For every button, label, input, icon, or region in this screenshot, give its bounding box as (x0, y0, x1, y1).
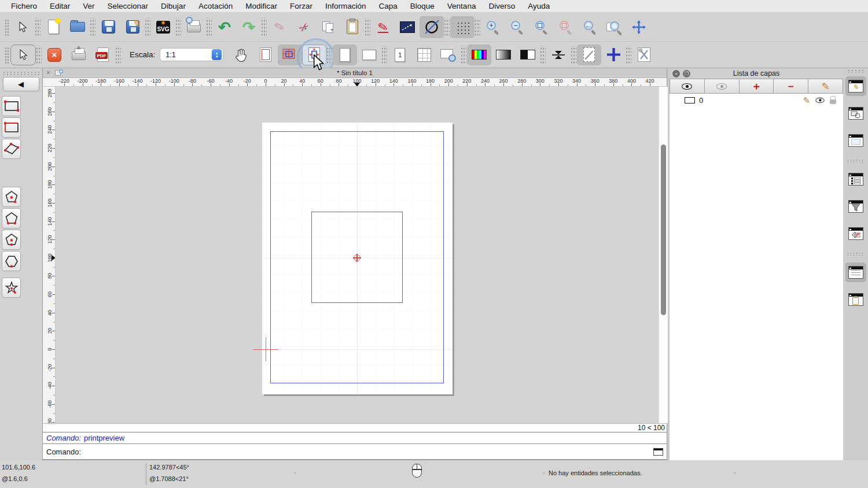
single-page-button[interactable]: 1 (388, 45, 412, 65)
fit-page-button[interactable] (302, 45, 326, 65)
zoom-in-button[interactable]: + (481, 16, 505, 38)
toolbar-handle[interactable] (4, 19, 9, 36)
menu-modificar[interactable]: Modificar (239, 2, 284, 10)
multi-pages-button[interactable] (278, 45, 302, 65)
tiled-pages-button[interactable] (412, 45, 436, 65)
zoom-out-button[interactable]: − (505, 16, 529, 38)
center-vertically-button[interactable] (546, 45, 571, 65)
print-preview-button[interactable] (182, 16, 206, 38)
dock-hatch-button[interactable] (845, 224, 866, 243)
hide-all-layers-button[interactable] (705, 79, 740, 94)
vertical-scrollbar-thumb[interactable] (661, 145, 666, 315)
menu-dibujar[interactable]: Dibujar (155, 2, 192, 10)
bw-mode-button[interactable] (516, 45, 540, 65)
undo-button[interactable]: ↶ (212, 16, 237, 38)
tab-title[interactable]: * Sin título 1 (43, 69, 667, 76)
menu-editar[interactable]: Editar (43, 2, 76, 10)
add-layer-button[interactable]: ＋ (740, 79, 774, 94)
remove-layer-button[interactable]: － (774, 79, 808, 94)
multi-pages-icon (282, 48, 298, 62)
draft-mode-button[interactable] (577, 45, 601, 65)
edit-layer-button[interactable]: ✎ (808, 79, 843, 94)
grid-toggle-button[interactable] (450, 16, 475, 38)
polygon-2-vertices-tool-button[interactable] (2, 208, 21, 228)
dock-layers-button[interactable]: ✎ (845, 76, 866, 96)
menu-acotacion[interactable]: Acotación (192, 2, 239, 10)
layer-row[interactable]: 0 ✎ (670, 94, 843, 106)
dock-filter-button[interactable] (845, 197, 866, 216)
menu-capa[interactable]: Capa (373, 2, 404, 10)
circle-line-button[interactable] (420, 16, 444, 38)
visibility-eye-icon[interactable] (815, 97, 824, 102)
polygon-center-side-tool-button[interactable] (2, 230, 21, 250)
menu-diverso[interactable]: Diverso (482, 2, 521, 10)
paste-icon (347, 20, 358, 34)
menu-seleccionar[interactable]: Seleccionar (101, 2, 155, 10)
vertical-scrollbar[interactable] (659, 87, 668, 423)
rect-2corners-tool-button[interactable] (2, 96, 21, 116)
menu-bloque[interactable]: Bloque (404, 2, 441, 10)
zoom-previous-button[interactable] (554, 16, 578, 38)
close-preview-button[interactable]: × (42, 45, 67, 65)
draw-pencil-button[interactable]: ✎ (371, 16, 395, 38)
menu-ver[interactable]: Ver (76, 2, 101, 10)
new-file-button[interactable] (41, 16, 65, 38)
pointer-button[interactable] (10, 45, 36, 65)
menu-informacion[interactable]: Información (319, 2, 373, 10)
color-mode-button[interactable] (467, 45, 491, 65)
grayscale-mode-button[interactable] (491, 45, 516, 65)
zoom-back-button[interactable]: ← (578, 16, 602, 38)
paste-button[interactable] (340, 16, 365, 38)
polygon-side-tool-button[interactable] (2, 251, 21, 271)
dock-command-button[interactable] (845, 263, 866, 282)
cut-button[interactable]: ✂+ (292, 16, 316, 38)
landscape-page-button[interactable] (357, 45, 381, 65)
menu-ventana[interactable]: Ventana (441, 2, 483, 10)
menu-fichero[interactable]: Fichero (5, 2, 43, 10)
dock-blocks-button[interactable] (845, 103, 866, 123)
redo-button[interactable]: ↷ (237, 16, 261, 38)
svg-export-button[interactable]: SVG (151, 16, 175, 38)
rect-angle-tool-button[interactable] (2, 139, 21, 159)
scale-select[interactable]: 1:1▲▼ (160, 48, 223, 61)
dock-handle[interactable] (847, 69, 865, 73)
palette-handle[interactable] (2, 71, 40, 75)
back-button[interactable]: ◀ (3, 77, 39, 91)
zoom-window-button[interactable] (602, 16, 627, 38)
rect-corner-size-tool-button[interactable] (2, 117, 21, 138)
toolbox-button[interactable] (632, 45, 656, 65)
pdf-export-button[interactable] (91, 45, 115, 65)
portrait-page-button[interactable] (333, 45, 357, 65)
toolbar-handle[interactable] (4, 46, 9, 64)
copy-button[interactable]: + (316, 16, 340, 38)
lock-icon[interactable] (830, 99, 836, 104)
paper-border-button[interactable] (253, 45, 278, 65)
print-button[interactable] (67, 45, 91, 65)
star-tool-button[interactable] (2, 278, 21, 298)
zoom-auto-button[interactable] (529, 16, 554, 38)
show-all-layers-button[interactable] (670, 79, 705, 94)
save-as-button[interactable]: ✎ (120, 16, 145, 38)
dock-clipboard-button[interactable] (845, 290, 866, 309)
line-tool-button[interactable] (395, 16, 420, 38)
stepper-icon[interactable]: ▲▼ (212, 49, 222, 60)
delete-selection-button[interactable]: ✎ (267, 16, 292, 38)
zoom-page-button[interactable] (436, 45, 461, 65)
dock-entities-button[interactable] (845, 169, 866, 189)
drawing-canvas[interactable] (56, 87, 659, 423)
dock-library-button[interactable] (845, 131, 866, 150)
command-input[interactable]: Comando: (43, 444, 667, 460)
menu-forzar[interactable]: Forzar (284, 2, 319, 10)
hand-pan-button[interactable] (229, 45, 253, 65)
zoom-pan-button[interactable] (627, 16, 651, 38)
save-button[interactable] (96, 16, 120, 38)
pointer-button[interactable] (10, 16, 35, 38)
polygon-center-vertex-tool-button[interactable] (2, 187, 21, 207)
detach-command-window-button[interactable] (653, 448, 663, 456)
open-file-button[interactable] (65, 16, 90, 38)
edit-pencil-icon[interactable]: ✎ (803, 96, 810, 105)
horizontal-scrollbar[interactable]: 10 < 100 (43, 423, 667, 432)
zoom-back-icon: ← (583, 20, 598, 35)
menu-ayuda[interactable]: Ayuda (521, 2, 556, 10)
crosshair-button[interactable] (601, 45, 626, 65)
